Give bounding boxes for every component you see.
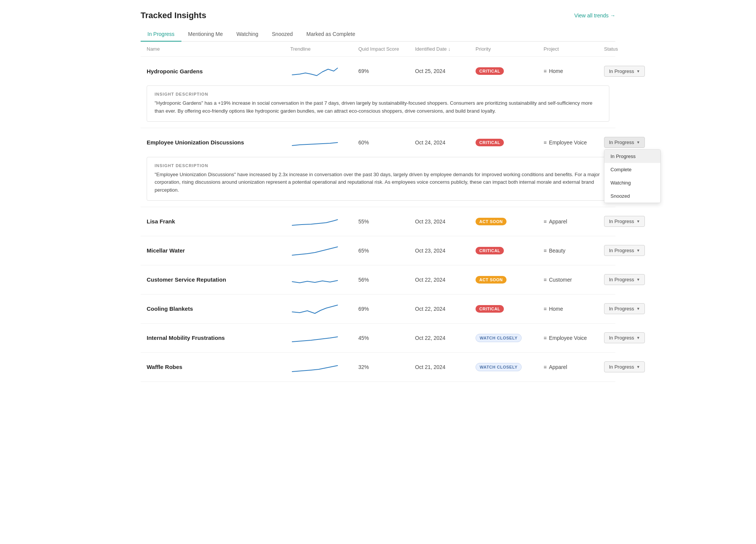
header-status: Status [604,46,665,52]
status-dropdown[interactable]: In Progress ▼ [604,274,645,285]
insight-row-wrapper: Hydroponic Gardens 69% Oct 25, 2024 CRIT… [141,57,615,128]
priority-cell: ACT SOON [476,276,544,284]
project-icon: ≡ [544,277,547,283]
date-cell: Oct 24, 2024 [415,139,476,146]
priority-cell: CRITICAL [476,67,544,75]
project-name: Home [549,68,563,74]
insight-description-label: INSIGHT DESCRIPTION [155,163,601,168]
status-label: In Progress [609,219,634,224]
status-dropdown[interactable]: In Progress ▼ [604,137,645,148]
insight-description-box: INSIGHT DESCRIPTION "Hydroponic Gardens"… [147,85,609,122]
name-cell: Cooling Blankets [147,305,290,312]
chevron-down-icon: ▼ [636,365,640,369]
priority-cell: WATCH CLOSELY [476,363,544,371]
insight-row-wrapper: Internal Mobility Frustrations 45% Oct 2… [141,324,615,353]
status-label: In Progress [609,335,634,341]
trendline-cell [290,301,358,316]
score-cell: 69% [358,68,415,74]
insight-row-wrapper: Waffle Robes 32% Oct 21, 2024 WATCH CLOS… [141,353,615,382]
dropdown-menu-item[interactable]: Watching [604,176,660,189]
insight-row-wrapper: Cooling Blankets 69% Oct 22, 2024 CRITIC… [141,294,615,324]
table-container: NameTrendlineQuid Impact ScoreIdentified… [141,42,615,382]
status-label: In Progress [609,364,634,370]
insight-description-text: "Employee Unionization Discussions" have… [155,171,601,194]
score-cell: 45% [358,335,415,341]
project-icon: ≡ [544,219,547,225]
priority-cell: CRITICAL [476,305,544,313]
project-cell: ≡ Apparel [544,364,604,370]
status-dropdown[interactable]: In Progress ▼ [604,245,645,256]
project-name: Beauty [549,248,565,254]
project-name: Customer [549,277,572,283]
project-icon: ≡ [544,364,547,370]
score-cell: 56% [358,277,415,283]
chevron-down-icon: ▼ [636,140,640,144]
priority-badge: WATCH CLOSELY [476,334,522,342]
table-row[interactable]: Lisa Frank 55% Oct 23, 2024 ACT SOON ≡ A… [141,207,615,236]
status-cell: In Progress ▼ [604,274,665,285]
tab-watching[interactable]: Watching [229,27,265,42]
score-cell: 60% [358,139,415,146]
project-name: Apparel [549,364,567,370]
dropdown-menu-item[interactable]: Complete [604,163,660,176]
status-label: In Progress [609,139,634,145]
score-cell: 65% [358,248,415,254]
table-row[interactable]: Internal Mobility Frustrations 45% Oct 2… [141,324,615,352]
table-row[interactable]: Hydroponic Gardens 69% Oct 25, 2024 CRIT… [141,57,615,85]
page-container: Tracked Insights View all trends → In Pr… [129,0,627,392]
name-cell: Lisa Frank [147,218,290,225]
trendline-svg [290,135,339,150]
score-cell: 69% [358,306,415,312]
score-cell: 55% [358,219,415,225]
status-cell: In Progress ▼ [604,66,665,77]
status-dropdown[interactable]: In Progress ▼ [604,66,645,77]
chevron-down-icon: ▼ [636,307,640,311]
page-title: Tracked Insights [141,11,206,20]
project-cell: ≡ Home [544,306,604,312]
insight-description-box: INSIGHT DESCRIPTION "Employee Unionizati… [147,157,609,201]
insight-description-text: "Hydroponic Gardens" has a +19% increase… [155,99,601,115]
project-cell: ≡ Beauty [544,248,604,254]
priority-cell: CRITICAL [476,139,544,146]
status-dropdown[interactable]: In Progress ▼ [604,332,645,343]
name-cell: Micellar Water [147,247,290,254]
table-body: Hydroponic Gardens 69% Oct 25, 2024 CRIT… [141,57,615,382]
insight-row-wrapper: Lisa Frank 55% Oct 23, 2024 ACT SOON ≡ A… [141,207,615,236]
header-trendline: Trendline [290,46,358,52]
status-cell: In Progress ▼ [604,361,665,372]
project-icon: ≡ [544,68,547,74]
trendline-cell [290,214,358,229]
project-name: Employee Voice [549,335,587,341]
project-cell: ≡ Employee Voice [544,139,604,146]
project-icon: ≡ [544,139,547,146]
dropdown-menu-item[interactable]: In Progress [604,150,660,163]
trendline-svg [290,330,339,346]
status-cell: In Progress ▼ In Progress Complete Watch… [604,137,665,148]
dropdown-menu-item[interactable]: Snoozed [604,189,660,203]
tab-in-progress[interactable]: In Progress [141,27,181,42]
project-cell: ≡ Customer [544,277,604,283]
table-row[interactable]: Micellar Water 65% Oct 23, 2024 CRITICAL… [141,236,615,265]
date-cell: Oct 22, 2024 [415,335,476,341]
status-dropdown[interactable]: In Progress ▼ [604,216,645,227]
chevron-down-icon: ▼ [636,248,640,253]
trendline-cell [290,243,358,258]
status-label: In Progress [609,248,634,253]
view-all-trends-link[interactable]: View all trends → [574,12,615,19]
tab-mentioning-me[interactable]: Mentioning Me [181,27,230,42]
chevron-down-icon: ▼ [636,277,640,282]
header-project: Project [544,46,604,52]
table-row[interactable]: Cooling Blankets 69% Oct 22, 2024 CRITIC… [141,294,615,323]
tab-marked-complete[interactable]: Marked as Complete [300,27,362,42]
status-dropdown[interactable]: In Progress ▼ [604,361,645,372]
insight-name: Customer Service Reputation [147,276,226,283]
name-cell: Hydroponic Gardens [147,68,290,74]
status-label: In Progress [609,68,634,74]
tab-snoozed[interactable]: Snoozed [265,27,299,42]
table-row[interactable]: Employee Unionization Discussions 60% Oc… [141,128,615,157]
table-row[interactable]: Customer Service Reputation 56% Oct 22, … [141,265,615,294]
table-row[interactable]: Waffle Robes 32% Oct 21, 2024 WATCH CLOS… [141,353,615,381]
trendline-svg [290,64,339,79]
header-priority: Priority [476,46,544,52]
status-dropdown[interactable]: In Progress ▼ [604,303,645,314]
